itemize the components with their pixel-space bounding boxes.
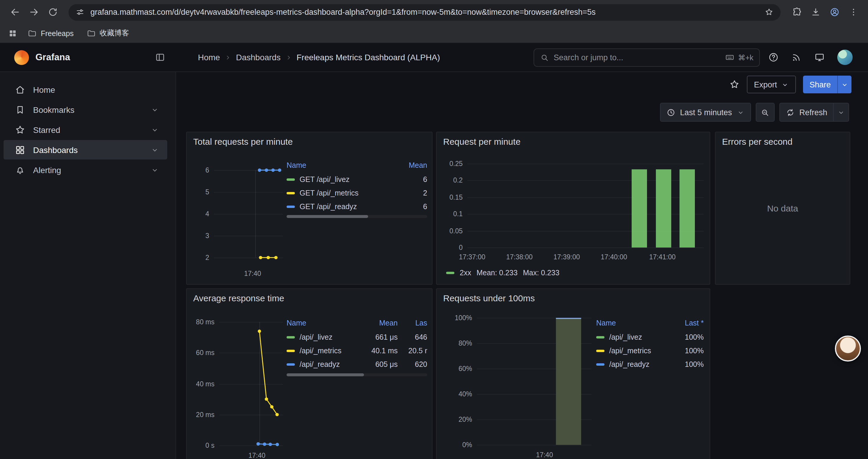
x-tick-label: 17:40 <box>524 451 565 459</box>
sidebar-item-bookmarks[interactable]: Bookmarks <box>4 100 167 119</box>
sidebar-item-starred[interactable]: Starred <box>4 120 167 139</box>
zoom-out-button[interactable] <box>755 103 774 122</box>
legend-row[interactable]: GET /api/_metrics2 <box>286 186 427 200</box>
grafana-header-main: Home Dashboards Freeleaps Metrics Dashbo… <box>176 48 868 66</box>
sidebar-item-home[interactable]: Home <box>4 80 167 99</box>
breadcrumb-dashboards[interactable]: Dashboards <box>236 53 281 62</box>
legend-series-name: GET /api/_readyz <box>286 202 400 210</box>
chat-assistant-avatar[interactable] <box>835 335 861 362</box>
legend-column-header[interactable]: Name <box>596 319 668 327</box>
address-bar[interactable]: grafana.mathmast.com/d/deytv4rwavabkb/fr… <box>68 4 780 21</box>
legend-row[interactable]: /api/_livez100% <box>596 330 704 344</box>
legend-series-label[interactable]: 2xx <box>460 269 471 277</box>
bookmark-star-icon[interactable] <box>765 8 773 17</box>
share-menu-button[interactable] <box>837 76 851 93</box>
scrollbar-thumb[interactable] <box>286 215 368 218</box>
chevron-down-icon[interactable] <box>151 145 159 154</box>
bookmark-freeleaps[interactable]: Freeleaps <box>25 27 76 40</box>
gridline <box>467 248 704 248</box>
legend-row[interactable]: /api/_readyz100% <box>596 357 704 371</box>
kiosk-monitor-icon[interactable] <box>814 52 825 63</box>
refresh-button[interactable]: Refresh <box>779 103 834 122</box>
legend-table: NameMeanGET /api/_livez6GET /api/_metric… <box>286 158 427 213</box>
legend-scrollbar[interactable] <box>286 215 427 218</box>
breadcrumb-separator-icon <box>224 54 232 61</box>
profile-icon <box>829 7 839 17</box>
back-icon <box>10 7 20 17</box>
chevron-down-icon[interactable] <box>151 105 159 114</box>
y-tick-label: 0.15 <box>437 193 463 201</box>
legend-row[interactable]: GET /api/_livez6 <box>286 172 427 186</box>
legend-series-name: GET /api/_livez <box>286 175 400 184</box>
time-range-label: Last 5 minutes <box>680 108 732 117</box>
browser-menu-button[interactable] <box>844 3 862 21</box>
apps-grid-icon[interactable] <box>8 29 17 38</box>
sidebar-item-label: Dashboards <box>33 145 143 155</box>
legend-column-header[interactable]: Name <box>286 161 400 169</box>
legend-row[interactable]: /api/_livez661 μs646 <box>286 330 427 344</box>
dashboards-grid-icon <box>15 144 25 155</box>
no-data-message: No data <box>716 132 850 284</box>
legend-max: Max: 0.233 <box>523 269 560 277</box>
user-avatar[interactable] <box>837 50 852 65</box>
breadcrumb-home[interactable]: Home <box>198 53 220 62</box>
legend-row[interactable]: /api/_metrics40.1 ms20.5 r <box>286 344 427 357</box>
news-rss-icon[interactable] <box>791 52 802 63</box>
legend-value: 40.1 ms <box>356 347 398 355</box>
sidebar-item-alerting[interactable]: Alerting <box>4 160 167 179</box>
legend-column-header[interactable]: Las <box>398 319 427 327</box>
back-button[interactable] <box>6 3 24 21</box>
profile-button[interactable] <box>826 3 843 21</box>
scrollbar-thumb[interactable] <box>286 373 364 376</box>
legend-table: NameLast */api/_livez100%/api/_metrics10… <box>596 316 704 371</box>
legend-header-row: NameMeanLas <box>286 316 427 330</box>
collapse-sidebar-icon[interactable] <box>155 52 165 63</box>
site-settings-icon[interactable] <box>75 8 85 17</box>
search-input[interactable]: Search or jump to... ⌘+k <box>533 48 760 66</box>
y-tick-label: 100% <box>437 314 472 322</box>
y-tick-label: 0 <box>437 243 463 252</box>
refresh-label: Refresh <box>799 108 827 117</box>
legend-row[interactable]: /api/_readyz605 μs620 <box>286 357 427 371</box>
sidebar-item-dashboards[interactable]: Dashboards <box>4 140 167 160</box>
sidebar-item-label: Home <box>33 85 159 94</box>
legend-column-header[interactable]: Name <box>286 319 356 327</box>
legend-column-header[interactable]: Mean <box>400 161 427 169</box>
legend-header-row: NameLast * <box>596 316 704 330</box>
gridline <box>477 445 591 446</box>
share-button[interactable]: Share <box>803 76 837 93</box>
export-button[interactable]: Export <box>747 76 796 93</box>
chevron-down-icon[interactable] <box>151 126 159 134</box>
series-color-dash <box>286 205 295 208</box>
favorite-dashboard-icon[interactable] <box>729 79 740 90</box>
x-tick-label: 17:37:00 <box>452 253 492 261</box>
extensions-button[interactable] <box>788 3 805 21</box>
help-icon[interactable] <box>768 52 779 63</box>
time-range-picker[interactable]: Last 5 minutes <box>660 103 751 122</box>
search-shortcut: ⌘+k <box>725 53 753 62</box>
chevron-down-icon[interactable] <box>151 166 159 174</box>
legend-value: 6 <box>400 175 427 184</box>
legend-value: 100% <box>668 333 704 341</box>
bookmarks-bar: Freeleaps 收藏博客 <box>0 24 868 43</box>
refresh-interval-button[interactable] <box>834 103 849 122</box>
header-icons <box>760 50 868 65</box>
legend-column-header[interactable]: Last * <box>668 319 704 327</box>
grafana-logo[interactable] <box>14 50 29 65</box>
legend-column-header[interactable]: Mean <box>356 319 398 327</box>
search-shortcut-label: ⌘+k <box>738 53 753 62</box>
x-tick-label: 17:38:00 <box>499 253 539 261</box>
reload-button[interactable] <box>44 3 61 21</box>
forward-button[interactable] <box>25 3 42 21</box>
download-icon <box>810 7 820 17</box>
x-tick-label: 17:39:00 <box>547 253 587 261</box>
share-label: Share <box>809 80 831 89</box>
downloads-button[interactable] <box>807 3 824 21</box>
sidebar-item-label: Alerting <box>33 165 143 174</box>
bookmark-favorites[interactable]: 收藏博客 <box>84 27 131 40</box>
refresh-icon <box>785 108 795 117</box>
legend-row[interactable]: /api/_metrics100% <box>596 344 704 357</box>
legend-row[interactable]: GET /api/_readyz6 <box>286 200 427 213</box>
dashboard-actions: Export Share <box>176 72 868 93</box>
legend-scrollbar[interactable] <box>286 373 427 376</box>
